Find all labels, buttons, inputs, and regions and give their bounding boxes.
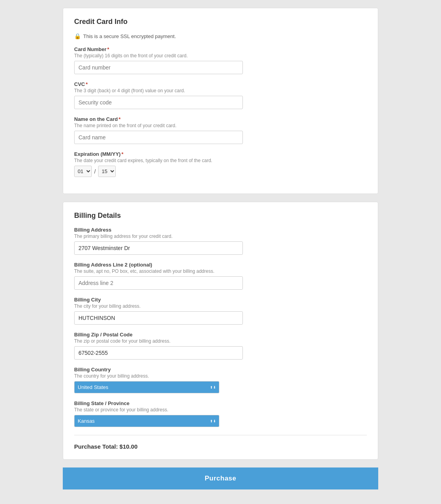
ssl-notice: 🔒 This is a secure SSL encrypted payment… [74, 33, 367, 39]
billing-zip-desc: The zip or postal code for your billing … [74, 338, 367, 344]
billing-address-desc: The primary billing address for your cre… [74, 234, 367, 239]
billing-country-desc: The country for your billing address. [74, 373, 367, 379]
card-name-desc: The name printed on the front of your cr… [74, 123, 367, 128]
billing-state-label: Billing State / Province [74, 400, 367, 406]
billing-address-field-group: Billing Address The primary billing addr… [74, 227, 367, 255]
purchase-button-bar: Purchase [63, 467, 378, 489]
billing-country-select[interactable]: United States Canada United Kingdom Aust… [74, 381, 219, 393]
card-name-label: Name on the Card* [74, 116, 367, 122]
billing-address-input[interactable] [74, 241, 243, 255]
billing-state-desc: The state or province for your billing a… [74, 407, 367, 413]
expiry-row: 01020304 05060708 09101112 / 15161718 19… [74, 166, 367, 177]
purchase-button[interactable]: Purchase [70, 475, 371, 482]
billing-country-label: Billing Country [74, 367, 367, 373]
billing-address2-label: Billing Address Line 2 (optional) [74, 262, 367, 268]
purchase-total-label: Purchase Total: [74, 443, 118, 450]
billing-zip-field-group: Billing Zip / Postal Code The zip or pos… [74, 332, 367, 360]
billing-city-field-group: Billing City The city for your billing a… [74, 297, 367, 325]
cvc-field-group: CVC* The 3 digit (back) or 4 digit (fron… [74, 81, 367, 109]
purchase-total-row: Purchase Total: $10.00 [74, 443, 367, 450]
card-number-input[interactable] [74, 61, 243, 74]
cvc-label: CVC* [74, 81, 367, 87]
card-name-field-group: Name on the Card* The name printed on th… [74, 116, 367, 144]
card-number-required: * [107, 46, 109, 52]
billing-city-desc: The city for your billing address. [74, 303, 367, 309]
expiry-label: Expiration (MM/YY)* [74, 151, 367, 157]
credit-card-info-section: Credit Card Info 🔒 This is a secure SSL … [63, 8, 378, 194]
lock-icon: 🔒 [74, 33, 81, 39]
credit-card-title: Credit Card Info [74, 18, 367, 26]
billing-city-input[interactable] [74, 311, 243, 325]
billing-country-select-wrapper: United States Canada United Kingdom Aust… [74, 381, 219, 393]
expiry-desc: The date your credit card expires, typic… [74, 158, 367, 163]
cvc-input[interactable] [74, 96, 243, 109]
billing-details-section: Billing Details Billing Address The prim… [63, 202, 378, 460]
divider [74, 435, 367, 435]
billing-address2-desc: The suite, apt no, PO box, etc, associat… [74, 268, 367, 274]
billing-country-field-group: Billing Country The country for your bil… [74, 367, 367, 393]
cvc-desc: The 3 digit (back) or 4 digit (front) va… [74, 88, 367, 93]
billing-state-field-group: Billing State / Province The state or pr… [74, 400, 367, 427]
billing-address-label: Billing Address [74, 227, 367, 233]
ssl-notice-text: This is a secure SSL encrypted payment. [83, 33, 176, 39]
expiry-separator: / [94, 168, 96, 175]
billing-address2-field-group: Billing Address Line 2 (optional) The su… [74, 262, 367, 290]
expiry-field-group: Expiration (MM/YY)* The date your credit… [74, 151, 367, 177]
billing-state-select-wrapper: Kansas Alabama Alaska Arizona California… [74, 415, 219, 427]
billing-address2-input[interactable] [74, 276, 243, 290]
billing-zip-input[interactable] [74, 346, 243, 360]
card-name-required: * [118, 116, 120, 122]
billing-city-label: Billing City [74, 297, 367, 303]
expiry-required: * [121, 151, 123, 157]
cvc-required: * [86, 81, 87, 87]
billing-zip-label: Billing Zip / Postal Code [74, 332, 367, 338]
billing-title: Billing Details [74, 212, 367, 220]
billing-state-select[interactable]: Kansas Alabama Alaska Arizona California… [74, 415, 219, 427]
card-name-input[interactable] [74, 131, 243, 144]
purchase-total-amount: $10.00 [120, 443, 138, 450]
expiry-year-select[interactable]: 15161718 19202122 232425 [98, 166, 116, 177]
card-number-field-group: Card Number* The (typically) 16 digits o… [74, 46, 367, 74]
card-number-label: Card Number* [74, 46, 367, 52]
expiry-month-select[interactable]: 01020304 05060708 09101112 [74, 166, 92, 177]
card-number-desc: The (typically) 16 digits on the front o… [74, 53, 367, 58]
